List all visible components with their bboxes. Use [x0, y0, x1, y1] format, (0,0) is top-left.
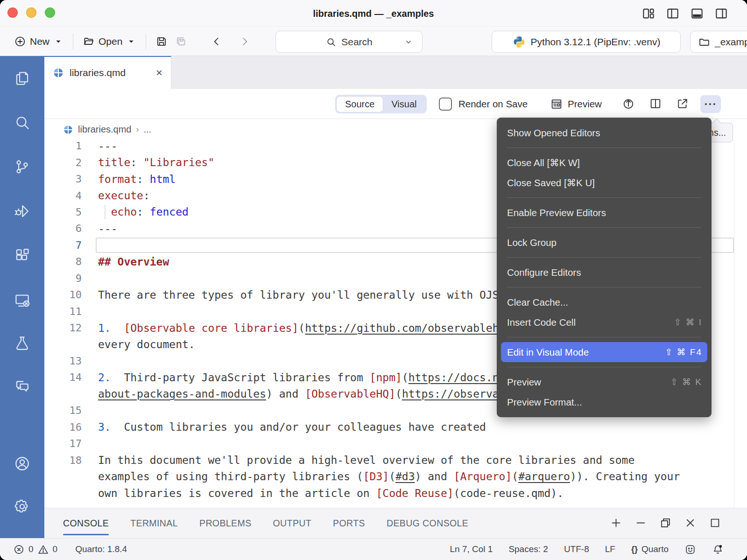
- visual-mode-button[interactable]: Visual: [383, 97, 425, 112]
- sidebar-item-source-control[interactable]: [0, 150, 44, 183]
- menu-item-label: Clear Cache...: [507, 297, 568, 308]
- panel-tab-ports[interactable]: PORTS: [333, 508, 365, 539]
- navigate-back-button[interactable]: [207, 33, 226, 50]
- save-all-button[interactable]: [171, 33, 191, 50]
- panel-tab-terminal[interactable]: TERMINAL: [130, 508, 178, 539]
- search-box[interactable]: Search: [275, 31, 423, 53]
- line-number: 5: [44, 206, 82, 218]
- code-line-18[interactable]: 18In this document we'll provide a high-…: [44, 452, 747, 468]
- panel-tab-output[interactable]: OUTPUT: [273, 508, 312, 539]
- plus-circle-icon: [14, 35, 26, 48]
- toggle-sidebar-left-icon[interactable]: [666, 7, 680, 21]
- menu-item-close-saved-k-u[interactable]: Close Saved [⌘K U]: [497, 173, 712, 193]
- notifications-bell-icon[interactable]: [712, 544, 724, 555]
- feedback-smiley-icon[interactable]: [684, 544, 696, 555]
- panel-restore-icon[interactable]: [659, 517, 672, 529]
- cursor-position-status[interactable]: Ln 7, Col 1: [450, 544, 493, 554]
- indentation-status[interactable]: Spaces: 2: [508, 544, 548, 554]
- code-text: echo: fenced: [98, 206, 189, 218]
- menu-item-label: Preview: [507, 377, 541, 388]
- preview-button[interactable]: Preview: [550, 89, 602, 119]
- line-number: 17: [44, 438, 82, 449]
- sidebar-item-extensions[interactable]: [0, 239, 44, 272]
- language-label: Quarto: [641, 544, 669, 554]
- save-button[interactable]: [152, 33, 171, 50]
- error-count: 0: [28, 544, 34, 554]
- menu-item-preview-format[interactable]: Preview Format...: [497, 392, 712, 412]
- sidebar-item-remote-explorer[interactable]: [0, 284, 44, 316]
- sidebar-item-testing[interactable]: [0, 327, 44, 359]
- new-button[interactable]: New: [10, 33, 67, 50]
- code-text: about-packages-and-modules) and [Observa…: [98, 388, 564, 400]
- code-line-16[interactable]: 163. Custom libraries you and/or your co…: [44, 419, 747, 435]
- remote-explorer-icon: [14, 292, 31, 309]
- activity-bar: [0, 56, 44, 538]
- more-actions-button[interactable]: ···: [700, 95, 721, 113]
- sidebar-item-comments[interactable]: [0, 370, 44, 402]
- menu-item-show-opened-editors[interactable]: Show Opened Editors: [497, 123, 712, 143]
- chevron-right-icon: [239, 35, 251, 48]
- menu-item-enable-preview-editors[interactable]: Enable Preview Editors: [497, 203, 712, 223]
- code-line-wrap[interactable]: examples of using third-party libraries …: [44, 469, 747, 485]
- sidebar-item-files[interactable]: [0, 62, 44, 95]
- split-editor-icon[interactable]: [649, 97, 662, 110]
- code-text: 2. Third-party JavaScript libraries from…: [98, 371, 557, 384]
- breadcrumb-more[interactable]: ...: [143, 124, 151, 135]
- navigate-forward-button[interactable]: [235, 33, 254, 50]
- search-icon: [325, 36, 337, 48]
- problems-status[interactable]: 0 0: [13, 544, 57, 555]
- toggle-sidebar-right-icon[interactable]: [714, 7, 728, 21]
- tab-libraries-qmd[interactable]: libraries.qmd ×: [44, 56, 171, 89]
- line-number: 12: [44, 322, 82, 334]
- customize-layout-icon[interactable]: [641, 7, 655, 21]
- code-line-17[interactable]: 17: [44, 435, 747, 452]
- encoding-status[interactable]: UTF-8: [564, 544, 589, 554]
- line-number: 18: [44, 455, 82, 466]
- publish-icon[interactable]: [622, 97, 635, 110]
- menu-item-lock-group[interactable]: Lock Group: [497, 232, 712, 252]
- preview-button-label: Preview: [568, 98, 602, 110]
- panel-tab-debug-console[interactable]: DEBUG CONSOLE: [387, 508, 468, 539]
- menu-item-insert-code-cell[interactable]: Insert Code Cell⇧ ⌘ I: [497, 312, 712, 332]
- panel-maximize-icon[interactable]: [709, 517, 721, 529]
- chevron-down-icon: [403, 37, 414, 47]
- panel-minus-icon[interactable]: [634, 517, 647, 529]
- project-selector[interactable]: _examples: [690, 31, 747, 53]
- panel-plus-icon[interactable]: [610, 517, 622, 529]
- sidebar-item-account[interactable]: [0, 447, 44, 480]
- toolbar-divider: [146, 34, 146, 49]
- folder-open-icon: [83, 35, 95, 48]
- breadcrumb-separator: ›: [136, 125, 139, 134]
- menu-item-clear-cache[interactable]: Clear Cache...: [497, 292, 712, 312]
- panel-tab-problems[interactable]: PROBLEMS: [199, 508, 252, 539]
- code-text: ---: [98, 140, 118, 152]
- menu-item-close-all-k-w[interactable]: Close All [⌘K W]: [497, 153, 712, 173]
- sidebar-item-settings[interactable]: [0, 490, 44, 523]
- sidebar-item-search[interactable]: [0, 106, 44, 139]
- interpreter-selector[interactable]: Python 3.12.1 (PipEnv: .venv): [492, 31, 681, 53]
- panel-tab-console[interactable]: CONSOLE: [63, 508, 109, 539]
- source-mode-button[interactable]: Source: [337, 97, 383, 112]
- open-button[interactable]: Open: [79, 33, 140, 50]
- menu-item-label: Configure Editors: [507, 267, 581, 278]
- menu-item-preview[interactable]: Preview⇧ ⌘ K: [497, 372, 712, 392]
- eol-status[interactable]: LF: [605, 544, 615, 554]
- menu-item-edit-in-visual-mode[interactable]: Edit in Visual Mode⇧ ⌘ F4: [501, 342, 707, 362]
- menu-item-shortcut: ⇧ ⌘ K: [670, 377, 702, 387]
- line-number: 13: [44, 355, 82, 367]
- sidebar-item-run-debug[interactable]: [0, 195, 44, 227]
- language-mode-status[interactable]: {} Quarto: [631, 544, 669, 554]
- open-external-icon[interactable]: [676, 97, 689, 110]
- folder-icon: [698, 36, 710, 48]
- breadcrumb-file[interactable]: libraries.qmd: [78, 124, 131, 135]
- code-text: ## Overview: [98, 256, 169, 268]
- quarto-version-status[interactable]: Quarto: 1.8.4: [75, 544, 127, 554]
- menu-item-configure-editors[interactable]: Configure Editors: [497, 262, 712, 282]
- panel-close-icon[interactable]: [684, 517, 697, 529]
- close-tab-icon[interactable]: ×: [156, 67, 162, 78]
- render-on-save-checkbox[interactable]: [439, 98, 452, 111]
- error-icon: [13, 544, 25, 555]
- toggle-panel-icon[interactable]: [690, 7, 704, 21]
- code-line-wrap[interactable]: own libraries is covered in the article …: [44, 485, 747, 501]
- save-icon: [155, 35, 168, 48]
